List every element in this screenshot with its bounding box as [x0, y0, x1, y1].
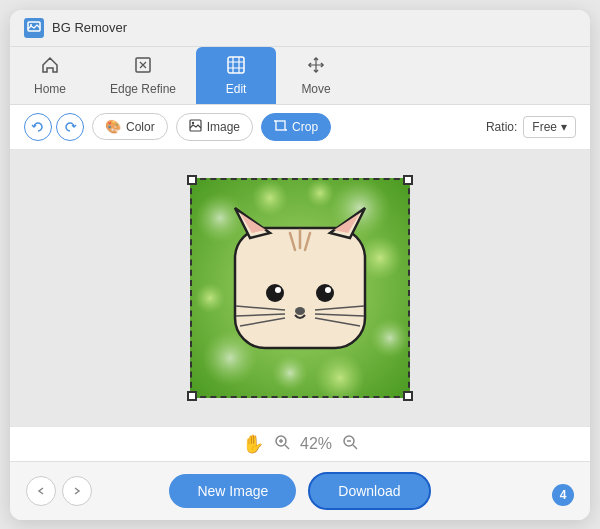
app-title: BG Remover: [52, 20, 127, 35]
svg-point-21: [306, 179, 334, 207]
tab-edit[interactable]: Edit: [196, 47, 276, 104]
svg-line-42: [285, 445, 289, 449]
new-image-button[interactable]: New Image: [169, 474, 296, 508]
svg-point-7: [191, 121, 193, 123]
chevron-down-icon: ▾: [561, 120, 567, 134]
image-button[interactable]: Image: [176, 113, 253, 141]
cat-image: [190, 178, 410, 398]
tab-edit-label: Edit: [226, 82, 247, 96]
svg-line-46: [353, 445, 357, 449]
svg-rect-6: [190, 120, 201, 131]
zoom-controls: ✋ 42%: [242, 433, 358, 455]
svg-point-1: [30, 24, 32, 26]
color-icon: 🎨: [105, 119, 121, 134]
download-button[interactable]: Download: [308, 472, 430, 510]
zoom-out-icon[interactable]: [342, 434, 358, 454]
image-icon: [189, 119, 202, 135]
next-arrow-button[interactable]: [62, 476, 92, 506]
svg-point-32: [275, 287, 281, 293]
color-button[interactable]: 🎨 Color: [92, 113, 168, 140]
tab-move[interactable]: Move: [276, 47, 356, 104]
zoom-in-icon[interactable]: [274, 434, 290, 454]
ratio-value: Free: [532, 120, 557, 134]
prev-arrow-button[interactable]: [26, 476, 56, 506]
tab-home[interactable]: Home: [10, 47, 90, 104]
svg-rect-8: [276, 121, 285, 130]
svg-point-12: [195, 193, 245, 243]
crop-button[interactable]: Crop: [261, 113, 331, 141]
svg-point-31: [316, 284, 334, 302]
zoom-percent: 42%: [300, 435, 332, 453]
edge-refine-icon: [133, 55, 153, 78]
home-icon: [40, 55, 60, 78]
image-container: [190, 178, 410, 398]
ratio-section: Ratio: Free ▾: [486, 116, 576, 138]
crop-icon: [274, 119, 287, 135]
edit-icon: [226, 55, 246, 78]
ratio-label: Ratio:: [486, 120, 517, 134]
toolbar: 🎨 Color Image Crop: [10, 105, 590, 150]
move-icon: [306, 55, 326, 78]
hand-icon[interactable]: ✋: [242, 433, 264, 455]
tab-edge-refine[interactable]: Edge Refine: [90, 47, 196, 104]
svg-point-20: [272, 355, 308, 391]
undo-button[interactable]: [24, 113, 52, 141]
title-bar: BG Remover: [10, 10, 590, 47]
tab-move-label: Move: [301, 82, 330, 96]
svg-point-34: [295, 307, 305, 315]
nav-tabs: Home Edge Refine Edit: [10, 47, 590, 105]
undo-redo-group: [24, 113, 84, 141]
image-label: Image: [207, 120, 240, 134]
svg-point-16: [370, 318, 410, 358]
svg-point-13: [252, 180, 288, 216]
app-icon: [24, 18, 44, 38]
svg-point-19: [195, 283, 225, 313]
notification-badge: 4: [552, 484, 574, 506]
status-bar: ✋ 42%: [10, 426, 590, 461]
tab-home-label: Home: [34, 82, 66, 96]
svg-point-33: [325, 287, 331, 293]
svg-point-30: [266, 284, 284, 302]
crop-label: Crop: [292, 120, 318, 134]
ratio-select[interactable]: Free ▾: [523, 116, 576, 138]
bottom-bar: New Image Download 4: [10, 461, 590, 520]
redo-button[interactable]: [56, 113, 84, 141]
color-label: Color: [126, 120, 155, 134]
tab-edge-refine-label: Edge Refine: [110, 82, 176, 96]
app-window: BG Remover Home Edge Refine: [10, 10, 590, 520]
canvas-area: [10, 150, 590, 426]
svg-rect-3: [228, 57, 244, 73]
